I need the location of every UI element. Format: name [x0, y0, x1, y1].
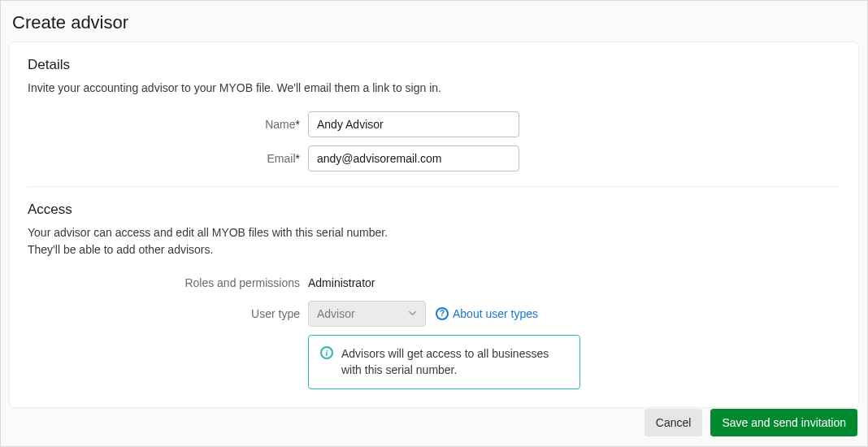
email-label: Email*: [28, 152, 308, 165]
access-description: Your advisor can access and edit all MYO…: [28, 224, 840, 258]
email-row: Email*: [28, 145, 840, 171]
form-card: Details Invite your accounting advisor t…: [9, 41, 859, 408]
info-callout: i Advisors will get access to all busine…: [308, 335, 580, 389]
about-user-types-link[interactable]: ? About user types: [436, 307, 538, 320]
details-section: Details Invite your accounting advisor t…: [28, 57, 840, 171]
about-link-text: About user types: [453, 307, 538, 320]
save-button[interactable]: Save and send invitation: [710, 409, 857, 436]
chevron-down-icon: [408, 307, 417, 320]
footer-actions: Cancel Save and send invitation: [644, 409, 857, 436]
details-heading: Details: [28, 57, 840, 73]
page-title: Create advisor: [9, 9, 859, 41]
user-type-value: Advisor: [317, 307, 355, 320]
access-heading: Access: [28, 202, 840, 218]
email-input[interactable]: [308, 145, 519, 171]
name-label: Name*: [28, 118, 308, 131]
info-text: Advisors will get access to all business…: [341, 345, 568, 379]
user-type-row: User type Advisor ? About user types: [28, 301, 840, 327]
roles-value: Administrator: [308, 273, 375, 293]
details-description: Invite your accounting advisor to your M…: [28, 80, 840, 97]
roles-label: Roles and permissions: [28, 276, 308, 289]
section-divider: [28, 186, 840, 187]
cancel-button[interactable]: Cancel: [644, 409, 703, 436]
access-section: Access Your advisor can access and edit …: [28, 202, 840, 389]
name-row: Name*: [28, 111, 840, 137]
roles-row: Roles and permissions Administrator: [28, 273, 840, 293]
info-icon: i: [320, 346, 333, 359]
user-type-select: Advisor: [308, 301, 426, 327]
create-advisor-page: Create advisor Details Invite your accou…: [0, 0, 868, 447]
help-icon: ?: [436, 307, 449, 320]
name-input[interactable]: [308, 111, 519, 137]
user-type-label: User type: [28, 307, 308, 320]
